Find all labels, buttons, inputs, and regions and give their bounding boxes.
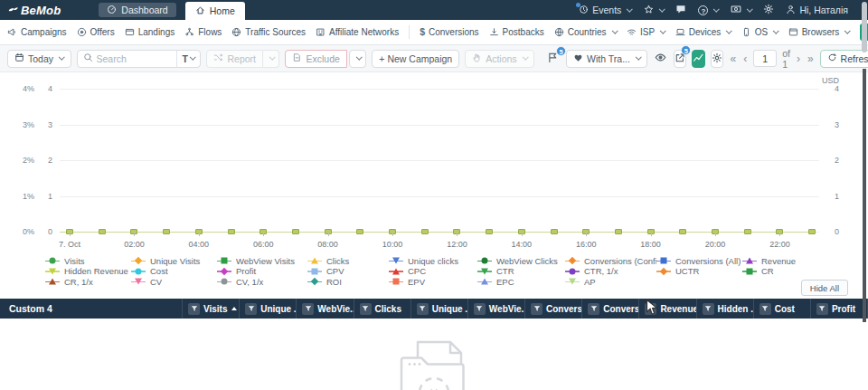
user-menu[interactable]: Hi, Наталія [786, 5, 848, 16]
legend-item-uctr[interactable]: UCTR [656, 267, 742, 277]
column-header-cost-10[interactable]: Cost [754, 299, 811, 319]
scrollbar-track[interactable] [863, 69, 866, 322]
legend-item-cpc[interactable]: CPC [389, 267, 477, 277]
column-header-convers-6[interactable]: Convers... [525, 299, 582, 319]
filter-icon[interactable] [360, 303, 372, 315]
settings-button[interactable] [763, 4, 774, 16]
nav-item-campaigns[interactable]: Campaigns [7, 27, 67, 37]
traffic-sources-icon [231, 27, 241, 37]
report-button[interactable]: Report [206, 50, 263, 68]
legend-item-unique-visits[interactable]: Unique Visits [131, 256, 217, 266]
hide-all-button[interactable]: Hide All [801, 280, 848, 296]
filter-icon[interactable] [302, 303, 314, 315]
filter-icon[interactable] [531, 303, 542, 315]
x-axis-tick [715, 233, 716, 236]
filter-icon[interactable] [703, 303, 714, 315]
filter-icon[interactable] [588, 303, 599, 315]
table-settings-button[interactable] [711, 50, 723, 68]
prev-page-button[interactable]: ‹ [742, 53, 748, 64]
legend-item-webview-visits[interactable]: WebView Visits [217, 256, 307, 266]
events-menu[interactable]: Events [579, 5, 632, 16]
exclude-button[interactable]: Exclude [285, 50, 346, 68]
legend-item-cr[interactable]: CR [742, 267, 815, 277]
visibility-button[interactable] [653, 52, 668, 65]
filter-icon[interactable] [417, 303, 429, 315]
legend-item-epc[interactable]: EPC [477, 277, 565, 287]
legend-marker [565, 257, 580, 265]
columns-preset-dropdown[interactable]: With Tra... [566, 50, 647, 68]
legend-item-webview-clicks[interactable]: WebView Clicks [477, 256, 565, 266]
nav-item-devices[interactable]: Devices [675, 27, 731, 37]
legend-item-conversions-confirmed[interactable]: Conversions (Confirmed) [565, 256, 656, 266]
filter-icon[interactable] [760, 303, 771, 315]
legend-item-ap[interactable]: AP [565, 277, 656, 287]
column-header-visits-0[interactable]: Visits [183, 299, 240, 319]
column-header-profit-11[interactable]: Profit [811, 299, 868, 319]
legend-item-cr-1-x[interactable]: CR, 1/x [45, 277, 131, 287]
legend-item-revenue[interactable]: Revenue [742, 256, 815, 266]
date-range-button[interactable]: Today [7, 50, 71, 68]
legend-item-profit[interactable]: Profit [217, 267, 307, 277]
nav-item-postbacks[interactable]: Postbacks [489, 27, 544, 37]
nav-item-offers[interactable]: Offers [77, 27, 115, 37]
legend-item-conversions-all[interactable]: Conversions (All) [656, 256, 742, 266]
column-header-webvie-2[interactable]: WebVie... [297, 299, 354, 319]
billing-menu[interactable] [731, 4, 752, 16]
nav-item-os[interactable]: OS [741, 27, 778, 37]
scrollbar-thumb[interactable] [862, 2, 867, 52]
filter-icon[interactable] [816, 303, 828, 315]
flag-filter-button[interactable]: 5 [545, 52, 561, 65]
share-button[interactable]: 5 [674, 50, 686, 68]
nav-item-countries[interactable]: Countries [554, 27, 617, 37]
legend-item-cost[interactable]: Cost [131, 267, 217, 277]
report-dropdown[interactable] [263, 50, 280, 68]
nav-item-browsers[interactable]: Browsers [788, 27, 850, 37]
tab-dashboard[interactable]: Dashboard [99, 3, 175, 17]
nav-item-landings[interactable]: Landings [125, 27, 175, 37]
column-header-hidden-9[interactable]: Hidden ... [697, 299, 754, 319]
nav-item-isp[interactable]: ISP [627, 27, 665, 37]
favorites-menu[interactable] [644, 5, 665, 16]
page-input[interactable] [753, 50, 777, 67]
legend-item-cpv[interactable]: CPV [307, 267, 389, 277]
legend-item-ctr[interactable]: CTR [477, 267, 565, 277]
search-input[interactable] [93, 53, 176, 64]
nav-item-flows[interactable]: Flows [184, 27, 222, 37]
column-header-unique-1[interactable]: Unique ... [240, 299, 297, 319]
nav-item-affiliate-networks[interactable]: Affiliate Networks [316, 27, 399, 37]
legend-item-roi[interactable]: ROI [307, 277, 389, 287]
search-type-dropdown[interactable]: T [176, 51, 201, 67]
filter-icon[interactable] [474, 303, 486, 315]
refresh-button[interactable]: Refresh [820, 50, 868, 68]
next-page-button[interactable]: › [796, 53, 801, 64]
tab-home[interactable]: Home [185, 2, 245, 20]
legend-item-clicks[interactable]: Clicks [307, 256, 389, 266]
column-header-webvie-5[interactable]: WebVie... [468, 299, 525, 319]
nav-item-conversions[interactable]: $Conversions [420, 27, 478, 37]
legend-item-unique-clicks[interactable]: Unique clicks [389, 256, 477, 266]
nav-item-traffic-sources[interactable]: Traffic Sources [231, 27, 306, 37]
legend-item-cv-1-x[interactable]: CV, 1/x [217, 277, 307, 287]
x-axis-label: 06:00 [243, 240, 283, 249]
first-page-button[interactable]: « [729, 53, 737, 64]
chat-button[interactable] [675, 4, 686, 16]
legend-item-cv[interactable]: CV [131, 277, 217, 287]
exclude-dropdown[interactable] [349, 50, 367, 68]
actions-button[interactable]: Actions [465, 50, 534, 68]
filter-icon[interactable] [245, 303, 257, 315]
star-icon [644, 5, 654, 16]
table-group-header[interactable]: Custom 4 [0, 299, 183, 319]
chart-toggle-button[interactable] [692, 50, 705, 68]
legend-item-ctr-1-x[interactable]: CTR, 1/x [565, 267, 656, 277]
legend-item-hidden-revenue[interactable]: Hidden Revenue [45, 267, 131, 277]
column-header-convers-7[interactable]: Convers... [582, 299, 639, 319]
column-header-clicks-3[interactable]: Clicks [354, 299, 411, 319]
help-menu[interactable]: ? [698, 5, 719, 15]
column-header-unique-4[interactable]: Unique ... [411, 299, 468, 319]
new-campaign-button[interactable]: + New Campaign [372, 50, 459, 68]
last-page-button[interactable]: » [807, 53, 815, 64]
legend-item-epv[interactable]: EPV [389, 277, 477, 287]
legend-marker [131, 278, 146, 286]
filter-icon[interactable] [188, 303, 200, 315]
legend-item-visits[interactable]: Visits [45, 256, 131, 266]
